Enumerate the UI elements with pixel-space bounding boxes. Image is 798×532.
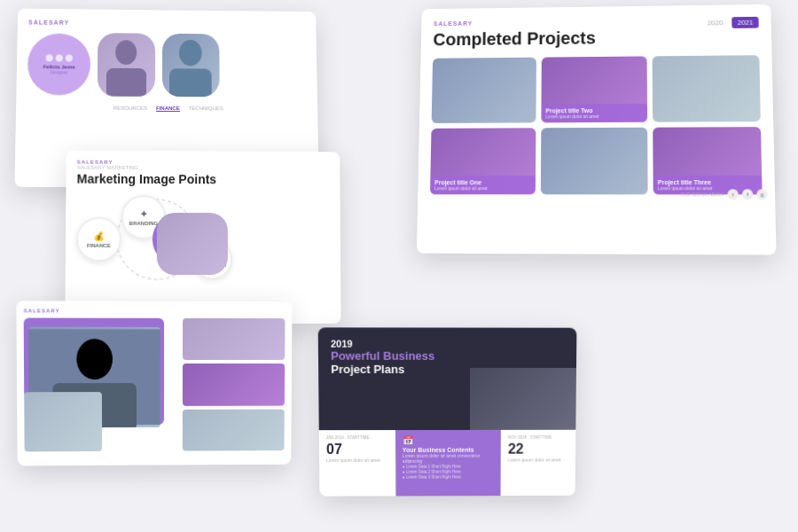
profile-photo-2 [162, 34, 220, 97]
project-overlay-2: Project title Two Lorem ipsum dolor sit … [541, 104, 647, 123]
scene: SALESARY Felicia Jems Designer [0, 0, 798, 532]
bc-bullet-2: ● Lorem Data 2 Short Right Here [403, 469, 494, 473]
year-tabs: 2020 2021 [702, 17, 759, 29]
project-card-5 [541, 128, 648, 195]
project-desc-4: Lorem ipsum dolor sit amet [434, 185, 531, 191]
svg-point-0 [115, 40, 137, 65]
project-title-6: Project title Three [658, 179, 758, 185]
bc-hl-desc: Lorem ipsum dolor sit amet consectetur a… [403, 452, 494, 463]
bc-stat-3: NOV 2019 · STARTTIME 22 Lorem ipsum dolo… [501, 429, 576, 496]
finance-icon: 💰 [93, 231, 104, 240]
brand-tl: SALESARY [28, 20, 306, 28]
finance-node: 💰 FINANCE [76, 217, 121, 262]
collage-photo-sm-2 [183, 364, 285, 405]
social-label: OUR SOCIAL MEDIA [680, 192, 724, 197]
slide-business-plans: 2019 Powerful Business Project Plans JAN… [318, 327, 577, 496]
svg-rect-1 [106, 68, 146, 97]
bc-date-1: JAN 2019 · STARTTIME [326, 435, 387, 440]
svg-point-2 [179, 40, 202, 66]
bc-bullet-3: ● Lorem Data 3 Short Right Here [403, 474, 494, 479]
photo-collage [24, 318, 286, 452]
bc-date-3: NOV 2019 · STARTTIME [508, 434, 568, 439]
social-row: OUR SOCIAL MEDIA t f g [680, 189, 768, 200]
google-icon[interactable]: g [756, 189, 768, 200]
nav-tab-finance[interactable]: FINANCE [156, 106, 180, 112]
bc-bullet-1: ● Lorem Data 1 Short Right Here [403, 464, 494, 468]
bc-top: 2019 Powerful Business Project Plans [318, 327, 577, 429]
profiles-row: Felicia Jems Designer [27, 32, 308, 97]
twitter-icon[interactable]: t [727, 189, 739, 200]
bc-photo [470, 367, 576, 429]
diagram-photo [157, 213, 228, 275]
profile-main-avatar: Felicia Jems Designer [27, 33, 91, 95]
collage-photo-sub [24, 392, 102, 452]
projects-grid: Project title Two Lorem ipsum dolor sit … [430, 55, 763, 194]
dot-icon-2 [56, 54, 63, 61]
facebook-icon[interactable]: f [742, 189, 754, 200]
collage-photo-sm-1 [183, 318, 285, 360]
bc-stat-1: JAN 2019 · STARTTIME 07 Lorem ipsum dolo… [319, 430, 395, 497]
bc-number-3: 22 [508, 441, 568, 457]
calendar-icon: 📅 [403, 434, 494, 444]
nav-tab-techniques[interactable]: TECHNIQUES [189, 106, 223, 112]
branding-icon: ✦ [140, 208, 147, 218]
bc-year: 2019 [331, 339, 564, 349]
finance-label: FINANCE [87, 242, 111, 247]
slide-completed-projects: SALESARY Completed Projects 2020 2021 Pr… [417, 4, 777, 255]
collage-photo-sm-3 [183, 409, 285, 450]
profile-photo-1 [98, 33, 155, 97]
nav-tabs: RESOURCES FINANCE TECHNIQUES [27, 105, 307, 112]
year-tab-2021[interactable]: 2021 [732, 17, 758, 28]
bc-label-3: Lorem ipsum dolor sit amet [508, 457, 568, 462]
bc-number-1: 07 [326, 442, 387, 458]
marketing-title: Marketing Image Points [77, 172, 330, 187]
project-card-2: Project title Two Lorem ipsum dolor sit … [541, 56, 647, 122]
brand-bl: SALESARY [24, 308, 286, 314]
profile-role: Designer [50, 69, 67, 74]
project-card-4: Project title One Lorem ipsum dolor sit … [430, 128, 536, 194]
bc-label-1: Lorem ipsum dolor sit amet [326, 457, 387, 462]
projects-title: Completed Projects [433, 27, 759, 51]
diagram-area: 💰 FINANCE ✦ BRANDING 📋 PROJECTS 📅 PLANNI… [76, 191, 237, 289]
nav-tab-resources[interactable]: RESOURCES [113, 106, 147, 112]
project-card-1 [432, 58, 536, 123]
project-card-6: Project title Three Lorem ipsum dolor si… [653, 127, 762, 194]
project-overlay-4: Project title One Lorem ipsum dolor sit … [430, 176, 536, 194]
slide-marketing: SALESARY SALESARY MARKETING Marketing Im… [65, 151, 340, 325]
collage-left [24, 318, 179, 452]
marketing-subtitle: SALESARY MARKETING [77, 165, 330, 171]
project-desc-2: Lorem ipsum dolor sit amet [545, 113, 643, 120]
collage-right [183, 318, 286, 451]
slide-photo-collage: SALESARY [16, 301, 292, 466]
dot-icon-3 [66, 54, 73, 61]
year-tab-2020[interactable]: 2020 [702, 17, 729, 28]
bc-stat-highlight: 📅 Your Business Contents Lorem ipsum dol… [395, 429, 501, 496]
svg-point-6 [76, 339, 113, 379]
project-title-4: Project title One [434, 179, 531, 185]
svg-rect-3 [169, 68, 212, 97]
project-card-3 [653, 55, 761, 122]
dot-icon-1 [46, 54, 53, 61]
bc-bottom: JAN 2019 · STARTTIME 07 Lorem ipsum dolo… [319, 429, 576, 496]
branding-label: BRANDING [129, 220, 159, 225]
bc-title-highlight: Powerful Business [331, 349, 564, 363]
